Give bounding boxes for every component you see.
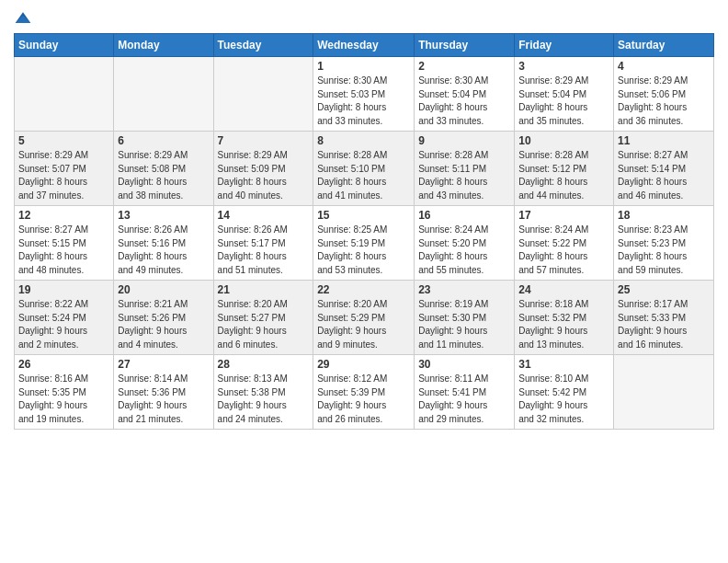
weekday-header: Thursday	[415, 34, 515, 57]
day-number: 9	[418, 134, 510, 147]
day-info: Sunrise: 8:24 AMSunset: 5:20 PMDaylight:…	[418, 224, 510, 277]
day-number: 6	[118, 134, 209, 147]
day-number: 10	[518, 134, 609, 147]
calendar-day-cell: 29Sunrise: 8:12 AMSunset: 5:39 PMDayligh…	[313, 355, 415, 430]
calendar-day-cell: 27Sunrise: 8:14 AMSunset: 5:36 PMDayligh…	[114, 355, 213, 430]
calendar-header-row: SundayMondayTuesdayWednesdayThursdayFrid…	[15, 34, 714, 57]
svg-marker-1	[16, 16, 31, 23]
day-info: Sunrise: 8:29 AMSunset: 5:06 PMDaylight:…	[618, 75, 710, 128]
calendar-week-row: 12Sunrise: 8:27 AMSunset: 5:15 PMDayligh…	[15, 206, 714, 281]
calendar-day-cell: 9Sunrise: 8:28 AMSunset: 5:11 PMDaylight…	[415, 132, 515, 206]
calendar-day-cell: 1Sunrise: 8:30 AMSunset: 5:03 PMDaylight…	[313, 57, 415, 132]
day-number: 26	[18, 358, 109, 371]
calendar-day-cell: 25Sunrise: 8:17 AMSunset: 5:33 PMDayligh…	[614, 281, 714, 355]
day-number: 3	[518, 60, 609, 73]
calendar-day-cell: 6Sunrise: 8:29 AMSunset: 5:08 PMDaylight…	[114, 132, 213, 206]
calendar-day-cell	[114, 57, 213, 132]
calendar-day-cell: 10Sunrise: 8:28 AMSunset: 5:12 PMDayligh…	[515, 132, 614, 206]
calendar-day-cell: 26Sunrise: 8:16 AMSunset: 5:35 PMDayligh…	[15, 355, 114, 430]
calendar-day-cell: 23Sunrise: 8:19 AMSunset: 5:30 PMDayligh…	[415, 281, 515, 355]
calendar-day-cell: 22Sunrise: 8:20 AMSunset: 5:29 PMDayligh…	[313, 281, 415, 355]
day-number: 13	[118, 209, 209, 222]
day-number: 25	[618, 283, 710, 296]
day-number: 16	[418, 209, 510, 222]
day-info: Sunrise: 8:18 AMSunset: 5:32 PMDaylight:…	[518, 298, 609, 351]
day-info: Sunrise: 8:23 AMSunset: 5:23 PMDaylight:…	[618, 224, 710, 277]
day-info: Sunrise: 8:16 AMSunset: 5:35 PMDaylight:…	[18, 373, 109, 426]
day-info: Sunrise: 8:29 AMSunset: 5:08 PMDaylight:…	[118, 149, 209, 202]
day-info: Sunrise: 8:17 AMSunset: 5:33 PMDaylight:…	[618, 298, 710, 351]
weekday-header: Tuesday	[213, 34, 313, 57]
day-info: Sunrise: 8:25 AMSunset: 5:19 PMDaylight:…	[317, 224, 410, 277]
calendar-day-cell: 7Sunrise: 8:29 AMSunset: 5:09 PMDaylight…	[213, 132, 313, 206]
day-number: 24	[518, 283, 609, 296]
day-info: Sunrise: 8:13 AMSunset: 5:38 PMDaylight:…	[218, 373, 310, 426]
calendar-day-cell: 5Sunrise: 8:29 AMSunset: 5:07 PMDaylight…	[15, 132, 114, 206]
day-number: 21	[218, 283, 310, 296]
day-number: 20	[118, 283, 209, 296]
calendar-day-cell	[614, 355, 714, 430]
day-info: Sunrise: 8:26 AMSunset: 5:17 PMDaylight:…	[218, 224, 310, 277]
calendar-day-cell: 24Sunrise: 8:18 AMSunset: 5:32 PMDayligh…	[515, 281, 614, 355]
day-info: Sunrise: 8:30 AMSunset: 5:04 PMDaylight:…	[418, 75, 510, 128]
weekday-header: Monday	[114, 34, 213, 57]
day-number: 5	[18, 134, 109, 147]
day-number: 18	[618, 209, 710, 222]
day-info: Sunrise: 8:30 AMSunset: 5:03 PMDaylight:…	[317, 75, 410, 128]
day-info: Sunrise: 8:10 AMSunset: 5:42 PMDaylight:…	[518, 373, 609, 426]
calendar-day-cell: 14Sunrise: 8:26 AMSunset: 5:17 PMDayligh…	[213, 206, 313, 281]
day-number: 12	[18, 209, 109, 222]
header	[14, 9, 714, 28]
day-number: 19	[18, 283, 109, 296]
logo-icon	[14, 9, 32, 28]
day-info: Sunrise: 8:27 AMSunset: 5:15 PMDaylight:…	[18, 224, 109, 277]
calendar-day-cell: 31Sunrise: 8:10 AMSunset: 5:42 PMDayligh…	[515, 355, 614, 430]
calendar-day-cell: 20Sunrise: 8:21 AMSunset: 5:26 PMDayligh…	[114, 281, 213, 355]
day-number: 15	[317, 209, 410, 222]
day-info: Sunrise: 8:28 AMSunset: 5:12 PMDaylight:…	[518, 149, 609, 202]
day-info: Sunrise: 8:24 AMSunset: 5:22 PMDaylight:…	[518, 224, 609, 277]
day-info: Sunrise: 8:29 AMSunset: 5:09 PMDaylight:…	[218, 149, 310, 202]
calendar-day-cell: 18Sunrise: 8:23 AMSunset: 5:23 PMDayligh…	[614, 206, 714, 281]
day-info: Sunrise: 8:28 AMSunset: 5:11 PMDaylight:…	[418, 149, 510, 202]
day-number: 22	[317, 283, 410, 296]
day-info: Sunrise: 8:22 AMSunset: 5:24 PMDaylight:…	[18, 298, 109, 351]
calendar-week-row: 26Sunrise: 8:16 AMSunset: 5:35 PMDayligh…	[15, 355, 714, 430]
calendar-day-cell: 19Sunrise: 8:22 AMSunset: 5:24 PMDayligh…	[15, 281, 114, 355]
day-number: 17	[518, 209, 609, 222]
day-info: Sunrise: 8:27 AMSunset: 5:14 PMDaylight:…	[618, 149, 710, 202]
weekday-header: Wednesday	[313, 34, 415, 57]
day-info: Sunrise: 8:20 AMSunset: 5:27 PMDaylight:…	[218, 298, 310, 351]
day-number: 30	[418, 358, 510, 371]
page: SundayMondayTuesdayWednesdayThursdayFrid…	[0, 0, 728, 563]
calendar-day-cell: 15Sunrise: 8:25 AMSunset: 5:19 PMDayligh…	[313, 206, 415, 281]
logo	[14, 9, 34, 28]
day-number: 28	[218, 358, 310, 371]
calendar-table: SundayMondayTuesdayWednesdayThursdayFrid…	[14, 33, 714, 430]
day-number: 1	[317, 60, 410, 73]
calendar-day-cell: 4Sunrise: 8:29 AMSunset: 5:06 PMDaylight…	[614, 57, 714, 132]
day-number: 8	[317, 134, 410, 147]
day-info: Sunrise: 8:26 AMSunset: 5:16 PMDaylight:…	[118, 224, 209, 277]
day-info: Sunrise: 8:28 AMSunset: 5:10 PMDaylight:…	[317, 149, 410, 202]
day-info: Sunrise: 8:29 AMSunset: 5:04 PMDaylight:…	[518, 75, 609, 128]
calendar-day-cell	[213, 57, 313, 132]
calendar-day-cell	[15, 57, 114, 132]
calendar-day-cell: 21Sunrise: 8:20 AMSunset: 5:27 PMDayligh…	[213, 281, 313, 355]
calendar-week-row: 1Sunrise: 8:30 AMSunset: 5:03 PMDaylight…	[15, 57, 714, 132]
calendar-day-cell: 3Sunrise: 8:29 AMSunset: 5:04 PMDaylight…	[515, 57, 614, 132]
day-number: 7	[218, 134, 310, 147]
weekday-header: Sunday	[15, 34, 114, 57]
day-number: 27	[118, 358, 209, 371]
weekday-header: Friday	[515, 34, 614, 57]
calendar-day-cell: 11Sunrise: 8:27 AMSunset: 5:14 PMDayligh…	[614, 132, 714, 206]
day-number: 2	[418, 60, 510, 73]
day-number: 29	[317, 358, 410, 371]
day-info: Sunrise: 8:11 AMSunset: 5:41 PMDaylight:…	[418, 373, 510, 426]
day-info: Sunrise: 8:21 AMSunset: 5:26 PMDaylight:…	[118, 298, 209, 351]
day-info: Sunrise: 8:12 AMSunset: 5:39 PMDaylight:…	[317, 373, 410, 426]
calendar-day-cell: 8Sunrise: 8:28 AMSunset: 5:10 PMDaylight…	[313, 132, 415, 206]
day-number: 4	[618, 60, 710, 73]
day-number: 11	[618, 134, 710, 147]
day-number: 14	[218, 209, 310, 222]
